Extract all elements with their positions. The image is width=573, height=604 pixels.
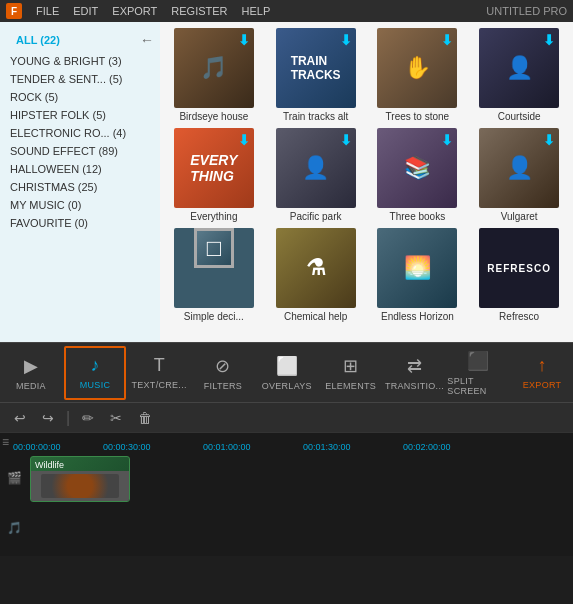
download-icon: ⬇ [340,132,352,148]
splitscreen-icon: ⬛ [467,350,489,372]
category-sidebar: ALL (22) ← YOUNG & BRIGHT (3) TENDER & S… [0,22,160,342]
track-area: Wildlife [28,452,573,554]
timeline-controls: ↩ ↪ | ✏ ✂ 🗑 [0,402,573,432]
clip-animal-thumbnail [41,474,119,498]
music-grid: 🎵 ⬇ Birdseye house TRAINTRACKS ⬇ Train t… [160,22,573,342]
app-logo: F [6,3,22,19]
menu-help[interactable]: HELP [236,3,277,19]
sidebar-item-rock[interactable]: ROCK (5) [0,88,160,106]
cut-button[interactable]: ✂ [106,408,126,428]
timeline-ruler: ≡ 00:00:00:00 00:00:30:00 00:01:00:00 00… [0,432,573,450]
menu-file[interactable]: FILE [30,3,65,19]
toolbar-media[interactable]: ▶ MEDIA [0,346,62,400]
sidebar-item-mymusic[interactable]: MY MUSIC (0) [0,196,160,214]
download-icon: ⬇ [441,132,453,148]
music-item-endless[interactable]: 🌅 Endless Horizon [370,228,466,322]
sidebar-item-tender[interactable]: TENDER & SENT... (5) [0,70,160,88]
music-label: Courtside [479,111,559,122]
toolbar-splitscreen[interactable]: ⬛ SPLIT SCREEN [447,346,509,400]
music-item-refresco[interactable]: REFRESCO Refresco [471,228,567,322]
music-item-vulgaret[interactable]: 👤 ⬇ Vulgaret [471,128,567,222]
sidebar-item-young[interactable]: YOUNG & BRIGHT (3) [0,52,160,70]
toolbar-filters-label: FILTERS [204,381,242,391]
music-item-chemical[interactable]: ⚗ Chemical help [268,228,364,322]
music-item-simpledeci[interactable]: □ Simple deci... [166,228,262,322]
video-clip[interactable]: Wildlife [30,456,130,502]
download-icon: ⬇ [238,32,250,48]
music-label: Train tracks alt [276,111,356,122]
music-label: Vulgaret [479,211,559,222]
menu-export[interactable]: EXPORT [106,3,163,19]
toolbar-export[interactable]: ↑ EXPORT [511,346,573,400]
elements-icon: ⊞ [343,355,358,377]
music-icon: ♪ [91,355,100,376]
video-clip-thumbnail [31,471,129,501]
download-icon: ⬇ [543,32,555,48]
ruler-mark-4: 00:02:00:00 [403,442,451,451]
timeline-tracks: 🎬 🎵 Wildlife [0,450,573,556]
video-track-icon: 🎬 [2,454,26,502]
toolbar-filters[interactable]: ⊘ FILTERS [192,346,254,400]
sidebar-item-favourite[interactable]: FAVOURITE (0) [0,214,160,232]
toolbar-overlays[interactable]: ⬜ OVERLAYS [256,346,318,400]
media-icon: ▶ [24,355,38,377]
music-item-trees[interactable]: ✋ ⬇ Trees to stone [370,28,466,122]
sidebar-item-christmas[interactable]: CHRISTMAS (25) [0,178,160,196]
music-item-pacific[interactable]: 👤 ⬇ Pacific park [268,128,364,222]
music-label: Trees to stone [377,111,457,122]
music-label: Endless Horizon [377,311,457,322]
music-label: Three books [377,211,457,222]
export-icon: ↑ [538,355,547,376]
music-item-birdseye[interactable]: 🎵 ⬇ Birdseye house [166,28,262,122]
sidebar-item-halloween[interactable]: HALLOWEEN (12) [0,160,160,178]
redo-button[interactable]: ↪ [38,408,58,428]
toolbar-splitscreen-label: SPLIT SCREEN [447,376,509,396]
overlays-icon: ⬜ [276,355,298,377]
menu-register[interactable]: REGISTER [165,3,233,19]
ruler-mark-2: 00:01:00:00 [203,442,251,451]
download-icon: ⬇ [238,132,250,148]
ruler-mark-1: 00:00:30:00 [103,442,151,451]
toolbar-text-label: TEXT/CRE... [131,380,186,390]
toolbar-export-label: EXPORT [523,380,562,390]
menu-edit[interactable]: EDIT [67,3,104,19]
main-content: ALL (22) ← YOUNG & BRIGHT (3) TENDER & S… [0,22,573,342]
toolbar-text[interactable]: T TEXT/CRE... [128,346,190,400]
music-item-traintracks[interactable]: TRAINTRACKS ⬇ Train tracks alt [268,28,364,122]
music-item-threebooks[interactable]: 📚 ⬇ Three books [370,128,466,222]
transitions-icon: ⇄ [407,355,422,377]
sidebar-item-electronic[interactable]: ELECTRONIC RO... (4) [0,124,160,142]
music-label: Refresco [479,311,559,322]
music-item-everything[interactable]: EVERYTHING ⬇ Everything [166,128,262,222]
sidebar-item-hipster[interactable]: HIPSTER FOLK (5) [0,106,160,124]
ruler-settings-icon[interactable]: ≡ [2,435,9,449]
sidebar-back-row: ALL (22) ← [0,28,160,52]
toolbar-overlays-label: OVERLAYS [262,381,312,391]
download-icon: ⬇ [340,32,352,48]
download-icon: ⬇ [543,132,555,148]
sidebar-item-sound[interactable]: SOUND EFFECT (89) [0,142,160,160]
pencil-button[interactable]: ✏ [78,408,98,428]
text-icon: T [154,355,165,376]
toolbar-transitions-label: TRANSITIO... [385,381,444,391]
music-label: Pacific park [276,211,356,222]
track-labels: 🎬 🎵 [0,452,28,554]
delete-button[interactable]: 🗑 [134,408,156,428]
toolbar-elements[interactable]: ⊞ ELEMENTS [320,346,382,400]
toolbar: ▶ MEDIA ♪ MUSIC T TEXT/CRE... ⊘ FILTERS … [0,342,573,402]
toolbar-elements-label: ELEMENTS [325,381,376,391]
music-item-courtside[interactable]: 👤 ⬇ Courtside [471,28,567,122]
toolbar-transitions[interactable]: ⇄ TRANSITIO... [384,346,446,400]
music-label: Everything [174,211,254,222]
ruler-mark-3: 00:01:30:00 [303,442,351,451]
filters-icon: ⊘ [215,355,230,377]
sidebar-item-all[interactable]: ALL (22) [6,31,70,49]
audio-track-icon: 🎵 [2,504,26,552]
menubar: F FILE EDIT EXPORT REGISTER HELP UNTITLE… [0,0,573,22]
back-arrow-icon[interactable]: ← [140,32,154,48]
toolbar-music[interactable]: ♪ MUSIC [64,346,126,400]
tc-divider: | [66,409,70,427]
download-icon: ⬇ [441,32,453,48]
undo-button[interactable]: ↩ [10,408,30,428]
video-clip-label: Wildlife [31,458,68,472]
